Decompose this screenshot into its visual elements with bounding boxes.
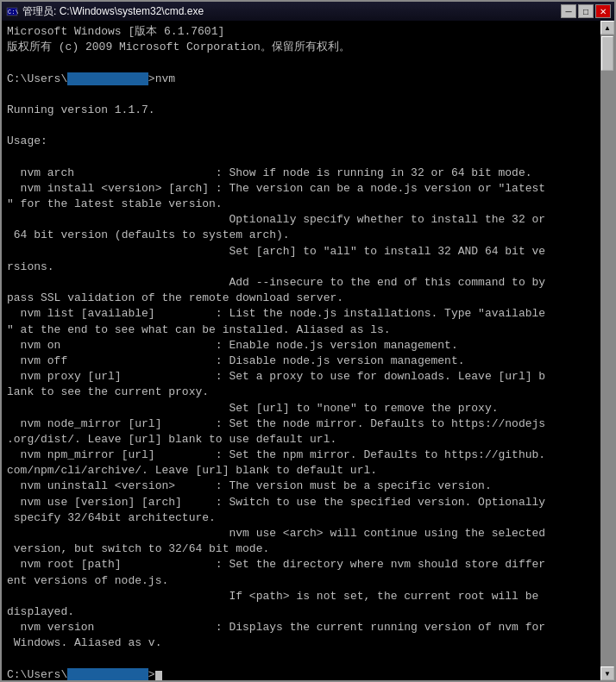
titlebar: C:\ 管理员: C:\Windows\system32\cmd.exe ─ □… [2,2,614,21]
titlebar-title: 管理员: C:\Windows\system32\cmd.exe [22,4,561,19]
scroll-down-button[interactable]: ▼ [600,666,614,680]
minimize-button[interactable]: ─ [561,4,576,18]
scroll-track [600,34,614,666]
console-output: Microsoft Windows [版本 6.1.7601] 版权所有 (c)… [2,21,614,680]
scroll-up-button[interactable]: ▲ [600,21,614,34]
cmd-window: C:\ 管理员: C:\Windows\system32\cmd.exe ─ □… [0,0,616,682]
scrollbar[interactable]: ▲ ▼ [600,21,614,680]
username-highlight-2 [67,668,148,680]
close-button[interactable]: ✕ [595,4,611,18]
window-icon: C:\ [5,4,19,18]
svg-text:C:\: C:\ [8,9,18,16]
cursor [155,671,162,680]
scroll-thumb[interactable] [601,36,613,71]
console-text-content: Microsoft Windows [版本 6.1.7601] 版权所有 (c)… [7,24,597,680]
titlebar-buttons: ─ □ ✕ [561,4,611,18]
username-highlight [67,72,148,85]
maximize-button[interactable]: □ [578,4,594,18]
